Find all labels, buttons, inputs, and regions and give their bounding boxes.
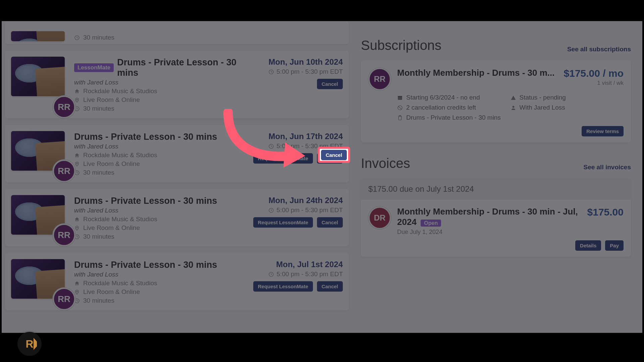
lesson-date: Mon, Jun 10th 2024: [249, 57, 343, 67]
home-icon: [74, 217, 80, 222]
lesson-card: RR Drums - Private Lesson - 30 mins with…: [5, 253, 349, 310]
invoice-due-date: Due July 1, 2024: [397, 229, 584, 236]
room-text: Live Room & Online: [83, 224, 140, 232]
home-icon: [74, 281, 80, 286]
duration-text: 30 minutes: [83, 34, 114, 41]
status-text: Status - pending: [520, 94, 566, 101]
lessonmate-badge: LessonMate: [74, 63, 114, 72]
lessons-column: 30 minutes RR LessonMate Drums - Private…: [5, 21, 349, 317]
see-all-subscriptions-link[interactable]: See all subscriptions: [567, 46, 631, 53]
home-icon: [74, 153, 80, 158]
duration-text: 30 minutes: [83, 233, 114, 240]
room-text: Live Room & Online: [83, 96, 140, 104]
subscription-price: $175.00 / mo: [564, 68, 624, 79]
svg-rect-14: [398, 96, 402, 97]
time-text: 5:00 pm - 5:30 pm EDT: [277, 68, 343, 75]
subscription-card: RR Monthly Membership - Drums - 30 m... …: [361, 60, 631, 142]
lesson-date: Mon, Jun 17th 2024: [249, 132, 343, 141]
teacher-text: With Jared Loss: [520, 104, 565, 111]
invoices-panel: $175.00 due on July 1st 2024 DR Monthly …: [361, 178, 631, 257]
invoice-amount: $175.00: [587, 206, 624, 236]
time-text: 5:00 pm - 5:30 pm EDT: [277, 206, 343, 214]
lesson-duration: 30 minutes: [74, 34, 239, 41]
clock-icon: [268, 272, 274, 277]
brand-logo[interactable]: R: [17, 332, 42, 356]
lesson-thumbnail: RR: [11, 195, 65, 240]
lesson-thumbnail: RR: [11, 259, 65, 304]
student-avatar: RR: [53, 160, 75, 182]
duration-text: 30 minutes: [83, 105, 114, 112]
location-icon: [74, 289, 80, 295]
open-badge: Open: [421, 220, 441, 227]
cancel-button[interactable]: Cancel: [317, 281, 343, 292]
lesson-teacher: with Jared Loss: [74, 207, 239, 214]
calendar-icon: [397, 95, 403, 101]
lesson-teacher: with Jared Loss: [74, 271, 239, 278]
student-avatar: RR: [368, 68, 391, 90]
see-all-invoices-link[interactable]: See all invoices: [583, 164, 631, 171]
svg-point-4: [76, 163, 78, 164]
subscriptions-heading: Subscriptions: [361, 38, 441, 53]
duration-text: 30 minutes: [83, 169, 114, 176]
lesson-thumbnail: RR: [11, 131, 65, 176]
pay-button[interactable]: Pay: [605, 240, 624, 251]
home-icon: [74, 88, 80, 94]
lesson-title: Drums - Private Lesson - 30 mins: [117, 57, 239, 78]
starting-text: Starting 6/3/2024 - no end: [406, 94, 480, 101]
room-text: Live Room & Online: [83, 288, 140, 296]
lesson-card: 30 minutes: [5, 21, 349, 44]
lesson-card: RR Drums - Private Lesson - 30 mins with…: [5, 189, 349, 246]
cancel-button[interactable]: Cancel: [317, 217, 343, 228]
review-terms-button[interactable]: Review terms: [582, 126, 624, 136]
time-text: 5:00 pm - 5:30 pm EDT: [277, 142, 343, 150]
details-button[interactable]: Details: [575, 240, 601, 251]
cancel-button[interactable]: Cancel: [317, 79, 343, 89]
app-viewport: 30 minutes RR LessonMate Drums - Private…: [2, 21, 642, 333]
clock-icon: [268, 207, 274, 213]
svg-point-10: [76, 291, 78, 292]
duration-text: 30 minutes: [83, 297, 114, 304]
room-text: Live Room & Online: [83, 160, 140, 168]
studio-text: Rockdale Music & Studios: [83, 87, 157, 95]
invoice-avatar: DR: [368, 206, 391, 229]
clock-icon: [74, 35, 80, 41]
request-lessonmate-button[interactable]: Request LessonMate: [253, 153, 313, 164]
location-icon: [74, 225, 80, 231]
lesson-card: RR LessonMate Drums - Private Lesson - 3…: [5, 51, 349, 118]
warning-icon: [511, 95, 516, 101]
lesson-thumbnail: RR: [11, 57, 65, 112]
lesson-title: Drums - Private Lesson - 30 mins: [74, 132, 217, 142]
lesson-title: Drums - Private Lesson - 30 mins: [74, 260, 217, 270]
lesson-teacher: with Jared Loss: [74, 143, 239, 150]
studio-text: Rockdale Music & Studios: [83, 216, 157, 223]
invoices-heading: Invoices: [361, 156, 410, 171]
request-lessonmate-button[interactable]: Request LessonMate: [253, 281, 313, 292]
lesson-date: Mon, Jul 1st 2024: [249, 260, 343, 269]
person-icon: [511, 105, 516, 111]
credits-text: 2 cancellation credits left: [406, 104, 476, 111]
student-avatar: RR: [53, 96, 75, 118]
studio-text: Rockdale Music & Studios: [83, 280, 157, 287]
svg-point-1: [76, 99, 78, 100]
student-avatar: RR: [53, 288, 75, 310]
clock-icon: [268, 69, 274, 75]
studio-text: Rockdale Music & Studios: [83, 152, 157, 159]
amount-due-bar: $175.00 due on July 1st 2024: [361, 178, 631, 200]
no-entry-icon: [397, 105, 403, 111]
time-text: 5:00 pm - 5:30 pm EDT: [277, 270, 343, 278]
lesson-card: RR Drums - Private Lesson - 30 mins with…: [5, 125, 349, 182]
subscription-visits: 1 visit / wk: [564, 80, 624, 86]
location-icon: [74, 161, 80, 167]
svg-point-7: [76, 227, 78, 228]
location-icon: [74, 97, 80, 103]
request-lessonmate-button[interactable]: Request LessonMate: [253, 217, 313, 228]
clipboard-icon: [397, 115, 403, 121]
student-avatar: RR: [53, 224, 75, 246]
clock-icon: [268, 143, 274, 149]
svg-point-16: [512, 106, 514, 108]
cancel-button-highlighted[interactable]: Cancel: [321, 150, 347, 160]
lesson-date: Mon, Jun 24th 2024: [249, 196, 343, 205]
product-text: Drums - Private Lesson - 30 mins: [406, 114, 501, 121]
lesson-teacher: with Jared Loss: [74, 79, 239, 86]
side-column: Subscriptions See all subscriptions RR M…: [361, 21, 631, 317]
